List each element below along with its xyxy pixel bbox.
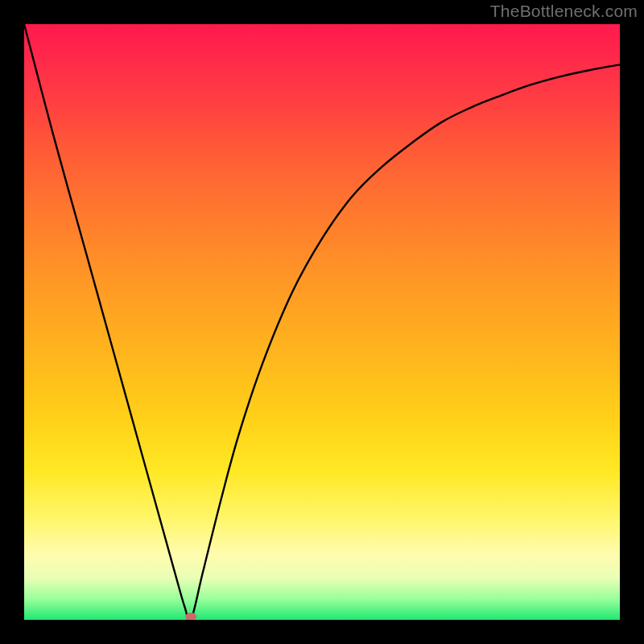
bottleneck-curve bbox=[24, 24, 620, 620]
curve-layer bbox=[24, 24, 620, 620]
chart-frame: TheBottleneck.com bbox=[0, 0, 644, 644]
plot-area bbox=[24, 24, 620, 620]
attribution-text: TheBottleneck.com bbox=[490, 2, 638, 21]
